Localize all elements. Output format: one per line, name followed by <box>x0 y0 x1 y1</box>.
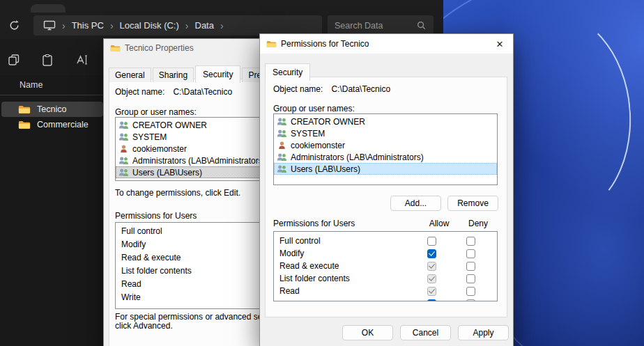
user-group-icon <box>118 168 129 177</box>
chevron-right-icon <box>62 20 66 31</box>
tab-security[interactable]: Security <box>265 63 310 81</box>
this-pc-icon <box>43 20 56 31</box>
desktop: This PC Local Disk (C:) Data Search Data… <box>0 0 644 346</box>
file-name: Tecnico <box>37 104 66 114</box>
dialog-title: Tecnico Properties <box>125 43 194 53</box>
search-input[interactable]: Search Data <box>328 15 434 36</box>
group-list-label: Group or user names: <box>273 104 355 113</box>
deny-checkbox-read[interactable] <box>466 287 475 296</box>
rename-icon[interactable] <box>75 53 89 67</box>
folder-icon <box>110 44 121 52</box>
permissions-header: Permissions for Users Allow Deny <box>273 219 498 228</box>
file-name: Commerciale <box>37 120 89 129</box>
deny-checkbox-read-execute[interactable] <box>466 262 475 271</box>
permissions-label: Permissions for Users <box>115 211 197 221</box>
user-group-icon <box>277 152 287 162</box>
copy-icon[interactable] <box>7 53 21 67</box>
allow-checkbox-read-execute <box>427 262 436 271</box>
file-row-tecnico[interactable]: Tecnico <box>1 102 103 117</box>
refresh-icon[interactable] <box>8 19 20 31</box>
breadcrumb-this-pc[interactable]: This PC <box>72 20 104 31</box>
group-list: CREATOR OWNER SYSTEM cookiemonster Admin… <box>273 113 498 185</box>
allow-column-header: Allow <box>420 219 459 228</box>
dialog-titlebar[interactable]: Tecnico Properties <box>104 39 285 57</box>
allow-checkbox-full-control[interactable] <box>427 237 436 246</box>
tab-security[interactable]: Security <box>195 65 240 83</box>
tab-general[interactable]: General <box>109 68 151 82</box>
dialog-titlebar[interactable]: Permissions for Tecnico ✕ <box>260 34 513 54</box>
user-group-icon <box>118 156 129 165</box>
edit-hint: To change permissions, click Edit. <box>115 188 240 198</box>
file-row-commerciale[interactable]: Commerciale <box>1 117 103 132</box>
deny-checkbox-list-folder-contents[interactable] <box>466 274 475 283</box>
permission-row: Read & execute <box>274 260 497 272</box>
permissions-dialog: Permissions for Tecnico ✕ Security Objec… <box>259 33 514 346</box>
paste-icon[interactable] <box>40 53 54 67</box>
dialog-title: Permissions for Tecnico <box>281 39 369 49</box>
object-name-label: Object name: <box>273 84 323 94</box>
search-icon <box>416 20 427 31</box>
group-list-item[interactable]: cookiemonster <box>274 139 497 151</box>
allow-checkbox-read <box>427 287 436 296</box>
permission-row: Read <box>274 285 497 297</box>
allow-checkbox-list-folder-contents <box>427 274 436 283</box>
column-header-name[interactable]: Name <box>20 80 43 90</box>
deny-column-header: Deny <box>459 219 498 228</box>
folder-icon <box>18 120 31 129</box>
breadcrumb-local-disk-c[interactable]: Local Disk (C:) <box>120 20 179 31</box>
add-button[interactable]: Add... <box>390 196 441 211</box>
tab-strip: Security <box>265 63 312 80</box>
breadcrumb: This PC Local Disk (C:) Data <box>33 15 322 36</box>
deny-checkbox-full-control[interactable] <box>466 237 475 246</box>
chevron-right-icon <box>110 20 114 31</box>
user-group-icon <box>277 117 287 126</box>
group-list-item[interactable]: SYSTEM <box>274 127 497 139</box>
apply-button[interactable]: Apply <box>458 325 509 340</box>
remove-button[interactable]: Remove <box>447 196 498 211</box>
object-name-value: C:\Data\Tecnico <box>331 84 390 94</box>
user-group-icon <box>118 132 129 141</box>
tab-sharing[interactable]: Sharing <box>153 68 194 82</box>
group-list-item-selected[interactable]: Users (LAB\Users) <box>274 163 497 175</box>
explorer-tab-strip <box>0 0 443 13</box>
cancel-button[interactable]: Cancel <box>400 325 451 340</box>
group-list-item[interactable]: Administrators (LAB\Administrators) <box>274 151 497 163</box>
folder-icon <box>18 104 31 114</box>
advanced-hint-line2: click Advanced. <box>115 321 173 331</box>
search-placeholder: Search Data <box>335 21 383 31</box>
allow-checkbox-write[interactable] <box>427 299 436 302</box>
permission-row: List folder contents <box>274 272 497 285</box>
permission-row-clipped <box>274 297 497 301</box>
user-group-icon <box>277 164 287 173</box>
user-icon <box>277 141 287 150</box>
permission-list: Full control Modify Read & execute List … <box>273 231 498 301</box>
properties-dialog: Tecnico Properties General Sharing Secur… <box>103 38 286 346</box>
group-list-item[interactable]: CREATOR OWNER <box>274 116 497 127</box>
chevron-right-icon <box>185 20 189 31</box>
deny-checkbox-write[interactable] <box>466 299 475 302</box>
user-group-icon <box>277 129 287 138</box>
permission-row: Modify <box>274 247 497 260</box>
permissions-label: Permissions for Users <box>273 219 420 228</box>
deny-checkbox-modify[interactable] <box>466 249 475 258</box>
user-icon <box>118 144 129 153</box>
ok-button[interactable]: OK <box>342 325 393 340</box>
allow-checkbox-modify[interactable] <box>427 249 436 258</box>
advanced-hint-line1: For special permissions or advanced sett… <box>115 312 278 322</box>
object-name-value: C:\Data\Tecnico <box>173 87 232 97</box>
user-group-icon <box>118 120 129 129</box>
group-list-label: Group or user names: <box>115 107 197 117</box>
object-name-label: Object name: <box>115 87 164 97</box>
security-tab-page: Object name: C:\Data\Tecnico Group or us… <box>265 77 507 317</box>
breadcrumb-data[interactable]: Data <box>195 20 214 31</box>
folder-icon <box>266 40 277 48</box>
explorer-tab[interactable] <box>31 4 66 13</box>
chevron-right-icon <box>220 20 224 31</box>
permission-row: Full control <box>274 235 497 247</box>
close-icon[interactable]: ✕ <box>486 34 513 54</box>
